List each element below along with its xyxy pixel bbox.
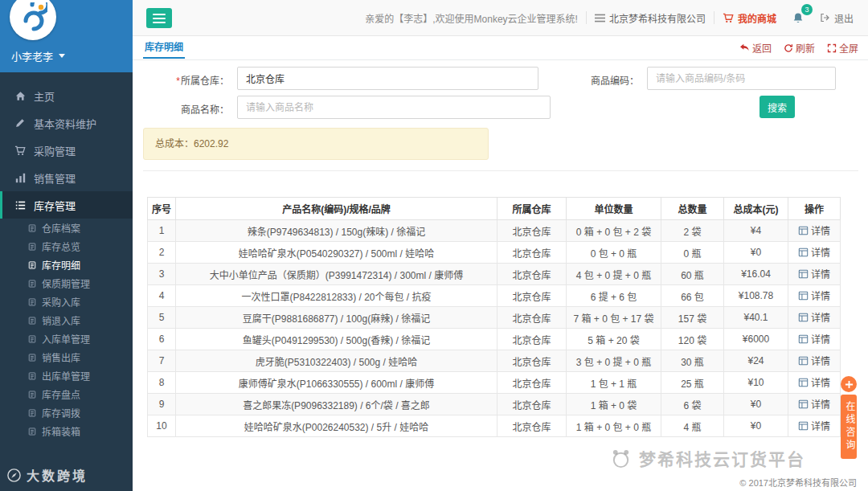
mall-icon — [723, 13, 734, 23]
column-header: 所属仓库 — [497, 198, 567, 220]
detail-label: 详情 — [811, 288, 830, 302]
cell: 0 瓶 — [661, 242, 724, 264]
cell: 6 提 + 6 包 — [567, 285, 661, 307]
detail-button[interactable]: 详情 — [798, 223, 830, 237]
cell: 8 — [148, 372, 176, 394]
page-title: 库存明细 — [143, 36, 185, 59]
refresh-button[interactable]: 刷新 — [784, 41, 815, 55]
detail-button[interactable]: 详情 — [798, 375, 830, 389]
cell: 喜之郎果冻(P9096332189) / 6个/袋 / 喜之郎 — [176, 394, 497, 415]
detail-button[interactable]: 详情 — [798, 245, 830, 259]
cell: 鱼罐头(P0491299530) / 500g(香辣) / 徐福记 — [176, 329, 497, 350]
submenu-item[interactable]: 库存盘点 — [0, 385, 133, 403]
cell: 北京仓库 — [497, 264, 567, 285]
welcome-text: 亲爱的【李志】,欢迎使用Monkey云企业管理系统! — [357, 0, 586, 35]
submenu-item-label: 销退入库 — [42, 313, 80, 327]
submenu-item[interactable]: 保质期管理 — [0, 274, 133, 293]
online-consult-widget: 在线咨询 — [840, 376, 858, 459]
total-cost-value: 6202.92 — [194, 138, 228, 149]
submenu-item[interactable]: 销退入库 — [0, 311, 133, 329]
warehouse-input[interactable] — [237, 67, 538, 90]
warehouse-label: *所属仓库： — [141, 73, 229, 87]
username: 小李老李 — [11, 48, 53, 63]
submenu-item-label: 库存调拨 — [42, 406, 80, 419]
app-logo — [10, 0, 56, 40]
submenu-item-icon — [27, 391, 36, 399]
user-menu[interactable]: 小李老李 — [11, 48, 65, 63]
sidebar-item-purchase[interactable]: 采购管理 — [0, 137, 133, 164]
cell: 北京仓库 — [497, 329, 567, 350]
column-header: 总成本(元) — [724, 198, 788, 220]
detail-label: 详情 — [811, 223, 830, 237]
cell: 1 箱 + 0 袋 — [567, 394, 661, 415]
submenu-item[interactable]: 销售出库 — [0, 348, 133, 366]
fullscreen-button[interactable]: 全屏 — [827, 41, 858, 55]
submenu-item[interactable]: 入库单管理 — [0, 329, 133, 348]
detail-label: 详情 — [811, 332, 830, 346]
cell: 2 袋 — [661, 220, 724, 242]
total-cost-alert: 总成本：6202.92 — [143, 128, 489, 160]
submenu-item[interactable]: 库存总览 — [0, 237, 133, 256]
sidebar-item-inventory[interactable]: 库存管理 — [0, 191, 133, 219]
submenu-item-label: 拆箱装箱 — [42, 424, 80, 438]
sidebar-item-sales[interactable]: 销售管理 — [0, 164, 133, 191]
sidebar-toggle-button[interactable] — [146, 8, 172, 28]
cell: 120 袋 — [661, 329, 724, 350]
detail-button[interactable]: 详情 — [798, 397, 830, 411]
submenu-item[interactable]: 库存明细 — [0, 256, 133, 274]
table-row: 8康师傅矿泉水(P1066330555) / 600ml / 康师傅北京仓库1 … — [148, 372, 841, 394]
cell: 4 瓶 — [661, 415, 724, 437]
detail-button[interactable]: 详情 — [798, 288, 830, 302]
refresh-label: 刷新 — [796, 41, 815, 55]
detail-label: 详情 — [811, 375, 830, 389]
logout-button[interactable]: 退出 — [812, 0, 862, 35]
cell: 北京仓库 — [497, 394, 567, 415]
sidebar-item-home[interactable]: 主页 — [0, 82, 133, 109]
detail-button[interactable]: 详情 — [798, 310, 830, 324]
online-consult-button[interactable]: 在线咨询 — [841, 395, 857, 459]
product-code-input[interactable] — [647, 67, 836, 90]
search-button[interactable]: 搜索 — [760, 96, 795, 118]
back-button[interactable]: 返回 — [739, 41, 772, 55]
consult-plus-button[interactable] — [841, 376, 857, 392]
company-menu[interactable]: 北京梦希科技有限公司 — [587, 0, 714, 35]
column-header: 产品名称(编码)/规格/品牌 — [176, 198, 497, 220]
cell: 6 袋 — [661, 394, 724, 415]
sidebar-item-label: 基本资料维护 — [34, 116, 96, 131]
submenu-item-icon — [27, 428, 36, 436]
column-header: 操作 — [788, 198, 841, 220]
column-header: 单位数量 — [567, 198, 661, 220]
submenu-item[interactable]: 库存调拨 — [0, 403, 133, 422]
detail-button[interactable]: 详情 — [798, 267, 830, 280]
sidebar-item-label: 销售管理 — [34, 170, 76, 186]
my-mall-link[interactable]: 我的商城 — [714, 0, 784, 35]
watermark-dashukuajing: 大数跨境 — [6, 465, 88, 485]
submenu-item[interactable]: 采购入库 — [0, 293, 133, 311]
submenu-item[interactable]: 拆箱装箱 — [0, 422, 133, 440]
notifications-button[interactable]: 3 — [784, 0, 812, 35]
logo-mark-icon — [18, 2, 47, 31]
detail-button[interactable]: 详情 — [798, 332, 830, 346]
cell: ¥24 — [724, 350, 788, 372]
column-header: 序号 — [148, 198, 176, 220]
cell: 0 箱 + 0 包 + 2 袋 — [567, 220, 661, 242]
cell: 北京仓库 — [497, 242, 567, 264]
cell: 60 瓶 — [661, 264, 724, 285]
submenu-item-icon — [27, 280, 36, 288]
sidebar-item-edit[interactable]: 基本资料维护 — [0, 109, 133, 137]
detail-button[interactable]: 详情 — [798, 354, 830, 367]
submenu-item-icon — [27, 335, 36, 343]
content: *所属仓库： 商品编码： 商品名称： 搜索 总成本：6202.92 序号产品名称… — [133, 60, 868, 491]
inventory-table: 序号产品名称(编码)/规格/品牌所属仓库单位数量总数量总成本(元)操作 1辣条(… — [147, 197, 841, 437]
table-row: 5豆腐干(P9881686877) / 100g(麻辣) / 徐福记北京仓库7 … — [148, 307, 841, 329]
cell: ¥0 — [724, 242, 788, 264]
submenu-item[interactable]: 仓库档案 — [0, 219, 133, 237]
detail-button[interactable]: 详情 — [798, 419, 830, 432]
product-name-input[interactable] — [237, 96, 551, 119]
sidebar-nav: 主页基本资料维护采购管理销售管理库存管理 — [0, 82, 133, 219]
submenu-item-icon — [27, 261, 36, 269]
inventory-icon — [14, 200, 26, 211]
submenu-item[interactable]: 出库单管理 — [0, 366, 133, 385]
table-row: 1辣条(P9749634813) / 150g(辣味) / 徐福记北京仓库0 箱… — [148, 220, 841, 242]
cell: ¥40.1 — [724, 307, 788, 329]
